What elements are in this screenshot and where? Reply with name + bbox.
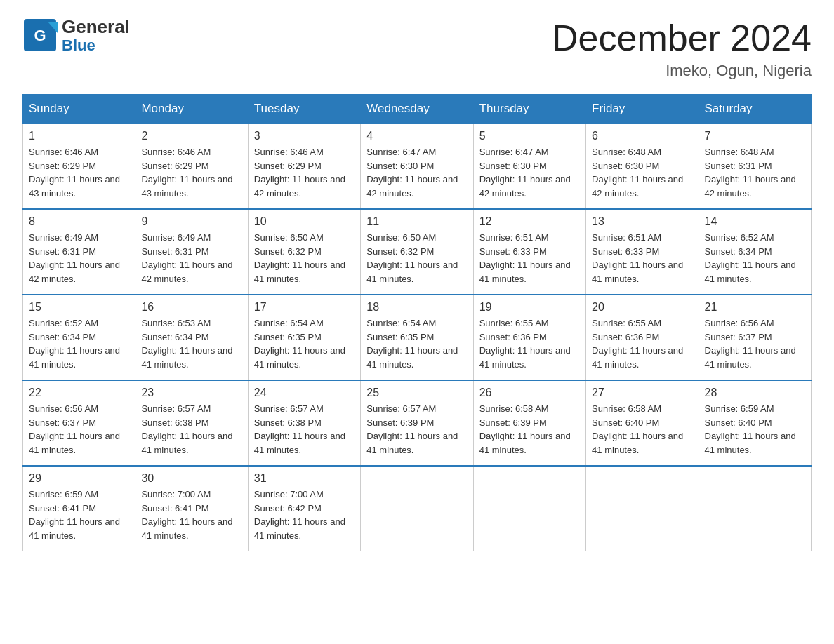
- day-info: Sunrise: 6:51 AM Sunset: 6:33 PM Dayligh…: [592, 231, 692, 286]
- location-title: Imeko, Ogun, Nigeria: [552, 62, 812, 80]
- col-friday: Friday: [586, 95, 699, 124]
- day-info: Sunrise: 6:52 AM Sunset: 6:34 PM Dayligh…: [29, 316, 129, 371]
- day-info: Sunrise: 6:56 AM Sunset: 6:37 PM Dayligh…: [705, 316, 805, 371]
- col-monday: Monday: [135, 95, 248, 124]
- table-row: 2 Sunrise: 6:46 AM Sunset: 6:29 PM Dayli…: [135, 123, 248, 209]
- day-info: Sunrise: 7:00 AM Sunset: 6:41 PM Dayligh…: [141, 488, 241, 542]
- day-number: 18: [366, 301, 467, 314]
- day-info: Sunrise: 6:50 AM Sunset: 6:32 PM Dayligh…: [254, 231, 355, 286]
- calendar-week-row: 15 Sunrise: 6:52 AM Sunset: 6:34 PM Dayl…: [23, 295, 812, 380]
- col-sunday: Sunday: [23, 95, 135, 124]
- table-row: [361, 466, 473, 551]
- table-row: [473, 466, 585, 551]
- day-number: 20: [592, 301, 692, 314]
- day-info: Sunrise: 6:47 AM Sunset: 6:30 PM Dayligh…: [479, 145, 580, 200]
- table-row: 22 Sunrise: 6:56 AM Sunset: 6:37 PM Dayl…: [23, 380, 135, 466]
- day-info: Sunrise: 6:48 AM Sunset: 6:31 PM Dayligh…: [705, 145, 805, 200]
- day-info: Sunrise: 6:57 AM Sunset: 6:38 PM Dayligh…: [141, 402, 241, 457]
- day-info: Sunrise: 6:47 AM Sunset: 6:30 PM Dayligh…: [366, 145, 467, 200]
- col-saturday: Saturday: [699, 95, 811, 124]
- table-row: 30 Sunrise: 7:00 AM Sunset: 6:41 PM Dayl…: [135, 466, 248, 551]
- day-number: 17: [254, 301, 355, 314]
- day-number: 25: [366, 387, 467, 399]
- table-row: 17 Sunrise: 6:54 AM Sunset: 6:35 PM Dayl…: [248, 295, 360, 380]
- col-wednesday: Wednesday: [361, 95, 473, 124]
- day-number: 16: [141, 301, 241, 314]
- day-number: 24: [254, 387, 355, 399]
- day-info: Sunrise: 6:46 AM Sunset: 6:29 PM Dayligh…: [29, 145, 129, 200]
- day-number: 27: [592, 387, 692, 399]
- day-number: 4: [366, 130, 467, 142]
- day-info: Sunrise: 6:49 AM Sunset: 6:31 PM Dayligh…: [141, 231, 241, 286]
- day-number: 22: [29, 387, 129, 399]
- col-tuesday: Tuesday: [248, 95, 360, 124]
- day-number: 7: [705, 130, 805, 142]
- day-info: Sunrise: 7:00 AM Sunset: 6:42 PM Dayligh…: [254, 488, 355, 542]
- day-number: 6: [592, 130, 692, 142]
- calendar-week-row: 29 Sunrise: 6:59 AM Sunset: 6:41 PM Dayl…: [23, 466, 812, 551]
- logo: G General Blue: [22, 17, 130, 54]
- table-row: 1 Sunrise: 6:46 AM Sunset: 6:29 PM Dayli…: [23, 123, 135, 209]
- day-info: Sunrise: 6:56 AM Sunset: 6:37 PM Dayligh…: [29, 402, 129, 457]
- table-row: 31 Sunrise: 7:00 AM Sunset: 6:42 PM Dayl…: [248, 466, 360, 551]
- day-number: 11: [366, 215, 467, 228]
- day-number: 23: [141, 387, 241, 399]
- table-row: 3 Sunrise: 6:46 AM Sunset: 6:29 PM Dayli…: [248, 123, 360, 209]
- day-info: Sunrise: 6:59 AM Sunset: 6:41 PM Dayligh…: [29, 488, 129, 542]
- day-number: 28: [705, 387, 805, 399]
- day-info: Sunrise: 6:50 AM Sunset: 6:32 PM Dayligh…: [366, 231, 467, 286]
- table-row: [699, 466, 811, 551]
- table-row: 7 Sunrise: 6:48 AM Sunset: 6:31 PM Dayli…: [699, 123, 811, 209]
- day-info: Sunrise: 6:57 AM Sunset: 6:39 PM Dayligh…: [366, 402, 467, 457]
- day-info: Sunrise: 6:53 AM Sunset: 6:34 PM Dayligh…: [141, 316, 241, 371]
- table-row: 26 Sunrise: 6:58 AM Sunset: 6:39 PM Dayl…: [473, 380, 585, 466]
- table-row: 12 Sunrise: 6:51 AM Sunset: 6:33 PM Dayl…: [473, 209, 585, 295]
- day-number: 26: [479, 387, 580, 399]
- table-row: 10 Sunrise: 6:50 AM Sunset: 6:32 PM Dayl…: [248, 209, 360, 295]
- logo-general-text: General: [62, 17, 130, 37]
- day-info: Sunrise: 6:46 AM Sunset: 6:29 PM Dayligh…: [141, 145, 241, 200]
- day-number: 21: [705, 301, 805, 314]
- table-row: 8 Sunrise: 6:49 AM Sunset: 6:31 PM Dayli…: [23, 209, 135, 295]
- month-title: December 2024: [552, 17, 812, 59]
- calendar-week-row: 22 Sunrise: 6:56 AM Sunset: 6:37 PM Dayl…: [23, 380, 812, 466]
- table-row: 13 Sunrise: 6:51 AM Sunset: 6:33 PM Dayl…: [586, 209, 699, 295]
- day-number: 19: [479, 301, 580, 314]
- day-number: 1: [29, 130, 129, 142]
- day-info: Sunrise: 6:55 AM Sunset: 6:36 PM Dayligh…: [479, 316, 580, 371]
- day-info: Sunrise: 6:57 AM Sunset: 6:38 PM Dayligh…: [254, 402, 355, 457]
- day-info: Sunrise: 6:49 AM Sunset: 6:31 PM Dayligh…: [29, 231, 129, 286]
- col-thursday: Thursday: [473, 95, 585, 124]
- day-info: Sunrise: 6:48 AM Sunset: 6:30 PM Dayligh…: [592, 145, 692, 200]
- calendar-week-row: 8 Sunrise: 6:49 AM Sunset: 6:31 PM Dayli…: [23, 209, 812, 295]
- table-row: 16 Sunrise: 6:53 AM Sunset: 6:34 PM Dayl…: [135, 295, 248, 380]
- table-row: 28 Sunrise: 6:59 AM Sunset: 6:40 PM Dayl…: [699, 380, 811, 466]
- table-row: 20 Sunrise: 6:55 AM Sunset: 6:36 PM Dayl…: [586, 295, 699, 380]
- table-row: 5 Sunrise: 6:47 AM Sunset: 6:30 PM Dayli…: [473, 123, 585, 209]
- day-number: 2: [141, 130, 241, 142]
- day-number: 9: [141, 215, 241, 228]
- day-number: 13: [592, 215, 692, 228]
- table-row: 6 Sunrise: 6:48 AM Sunset: 6:30 PM Dayli…: [586, 123, 699, 209]
- table-row: 29 Sunrise: 6:59 AM Sunset: 6:41 PM Dayl…: [23, 466, 135, 551]
- table-row: 4 Sunrise: 6:47 AM Sunset: 6:30 PM Dayli…: [361, 123, 473, 209]
- table-row: 23 Sunrise: 6:57 AM Sunset: 6:38 PM Dayl…: [135, 380, 248, 466]
- day-number: 10: [254, 215, 355, 228]
- day-info: Sunrise: 6:58 AM Sunset: 6:40 PM Dayligh…: [592, 402, 692, 457]
- day-number: 3: [254, 130, 355, 142]
- logo-icon: G: [22, 18, 58, 53]
- day-info: Sunrise: 6:55 AM Sunset: 6:36 PM Dayligh…: [592, 316, 692, 371]
- calendar-week-row: 1 Sunrise: 6:46 AM Sunset: 6:29 PM Dayli…: [23, 123, 812, 209]
- day-info: Sunrise: 6:58 AM Sunset: 6:39 PM Dayligh…: [479, 402, 580, 457]
- day-number: 5: [479, 130, 580, 142]
- table-row: 24 Sunrise: 6:57 AM Sunset: 6:38 PM Dayl…: [248, 380, 360, 466]
- table-row: 25 Sunrise: 6:57 AM Sunset: 6:39 PM Dayl…: [361, 380, 473, 466]
- table-row: 27 Sunrise: 6:58 AM Sunset: 6:40 PM Dayl…: [586, 380, 699, 466]
- day-number: 8: [29, 215, 129, 228]
- day-info: Sunrise: 6:51 AM Sunset: 6:33 PM Dayligh…: [479, 231, 580, 286]
- day-number: 31: [254, 472, 355, 485]
- table-row: 15 Sunrise: 6:52 AM Sunset: 6:34 PM Dayl…: [23, 295, 135, 380]
- day-number: 12: [479, 215, 580, 228]
- day-info: Sunrise: 6:54 AM Sunset: 6:35 PM Dayligh…: [254, 316, 355, 371]
- page-header: G General Blue December 2024 Imeko, Ogun…: [22, 17, 812, 80]
